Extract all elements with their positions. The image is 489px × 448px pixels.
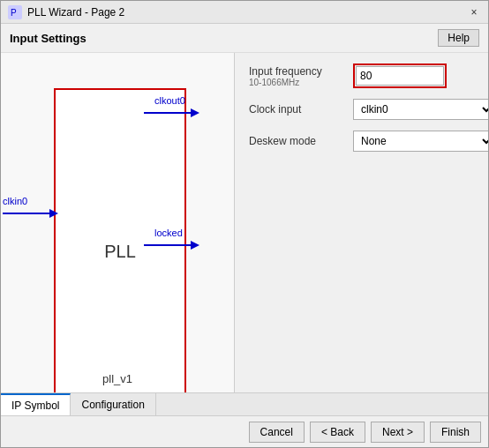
input-frequency-range: 10-1066MHz (249, 78, 346, 87)
input-frequency-label-group: Input frequency 10-1066MHz (249, 65, 346, 87)
svg-text:P: P (11, 8, 17, 18)
tab-ip-symbol[interactable]: IP Symbol (1, 393, 71, 415)
input-frequency-row: Input frequency 10-1066MHz (249, 63, 488, 88)
input-frequency-wrapper (353, 63, 447, 88)
clock-input-select[interactable]: clkin0 clkin1 (353, 99, 488, 120)
clkin0-text: clkin0 (3, 196, 27, 206)
clock-input-row: Clock input clkin0 clkin1 (249, 99, 488, 120)
main-content: PLL clkin0 clkout0 locked pll_v1 (1, 53, 488, 392)
help-button[interactable]: Help (438, 29, 479, 47)
deskew-mode-row: Deskew mode None Internal feedback Exter… (249, 131, 488, 152)
locked-text: locked (154, 228, 183, 238)
clock-input-label: Clock input (249, 103, 346, 116)
main-window: P PLL Wizard - Page 2 × Input Settings H… (0, 0, 489, 448)
settings-area: Input frequency 10-1066MHz Clock input c… (235, 53, 488, 392)
app-icon: P (8, 5, 22, 19)
svg-marker-3 (49, 209, 58, 218)
deskew-mode-label-group: Deskew mode (249, 135, 346, 147)
tab-configuration[interactable]: Configuration (71, 393, 155, 415)
finish-button[interactable]: Finish (430, 422, 481, 443)
bottom-tabs: IP Symbol Configuration (1, 392, 488, 415)
window-title: PLL Wizard - Page 2 (27, 6, 124, 19)
deskew-mode-select[interactable]: None Internal feedback External feedback (353, 131, 488, 152)
title-bar-left: P PLL Wizard - Page 2 (8, 5, 124, 19)
input-frequency-label: Input frequency (249, 65, 346, 78)
close-button[interactable]: × (467, 5, 481, 19)
pll-instance-name: pll_v1 (102, 372, 132, 385)
clkout0-arrow-svg: clkout0 (142, 93, 230, 120)
section-header: Input Settings Help (1, 24, 488, 53)
clkin0-arrow-svg: clkin0 (1, 194, 67, 220)
clock-input-label-group: Clock input (249, 103, 346, 116)
svg-marker-7 (191, 241, 199, 250)
cancel-button[interactable]: Cancel (249, 422, 305, 443)
diagram-area: PLL clkin0 clkout0 locked pll_v1 (1, 53, 235, 392)
bottom-bar: Cancel < Back Next > Finish (1, 415, 488, 447)
deskew-mode-label: Deskew mode (249, 135, 346, 147)
input-frequency-field[interactable] (356, 66, 444, 86)
pll-label: PLL (104, 242, 136, 262)
svg-marker-5 (191, 108, 199, 117)
back-button[interactable]: < Back (310, 422, 365, 443)
clkout0-text: clkout0 (154, 95, 185, 106)
locked-arrow-svg: locked (142, 226, 230, 252)
next-button[interactable]: Next > (371, 422, 425, 443)
section-title: Input Settings (10, 32, 87, 45)
title-bar: P PLL Wizard - Page 2 × (1, 1, 488, 24)
